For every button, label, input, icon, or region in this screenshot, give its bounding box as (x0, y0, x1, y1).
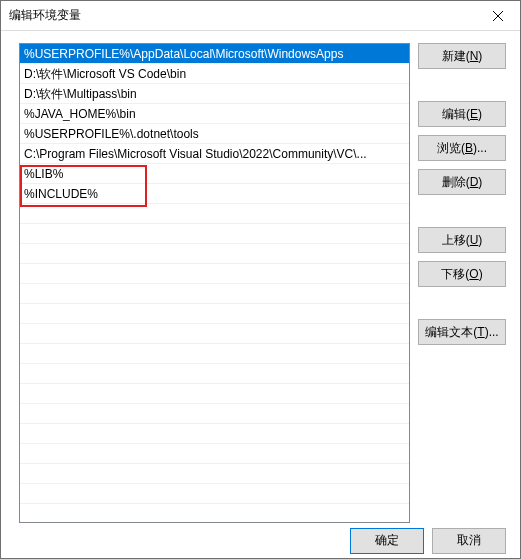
list-item[interactable]: %JAVA_HOME%\bin (20, 104, 409, 124)
list-item-empty[interactable] (20, 404, 409, 424)
close-icon (493, 11, 503, 21)
list-item-empty[interactable] (20, 324, 409, 344)
list-item-empty[interactable] (20, 464, 409, 484)
list-item-empty[interactable] (20, 224, 409, 244)
list-item-empty[interactable] (20, 424, 409, 444)
browse-button[interactable]: 浏览(B)... (418, 135, 506, 161)
edit-text-button[interactable]: 编辑文本(T)... (418, 319, 506, 345)
list-item-empty[interactable] (20, 244, 409, 264)
list-item[interactable]: D:\软件\Multipass\bin (20, 84, 409, 104)
dialog-window: 编辑环境变量 %USERPROFILE%\AppData\Local\Micro… (0, 0, 521, 559)
ok-button[interactable]: 确定 (350, 528, 424, 554)
list-item-empty[interactable] (20, 444, 409, 464)
cancel-button[interactable]: 取消 (432, 528, 506, 554)
list-item-empty[interactable] (20, 504, 409, 523)
content-area: %USERPROFILE%\AppData\Local\Microsoft\Wi… (1, 31, 520, 523)
close-button[interactable] (475, 1, 520, 30)
window-title: 编辑环境变量 (9, 7, 475, 24)
edit-button[interactable]: 编辑(E) (418, 101, 506, 127)
titlebar: 编辑环境变量 (1, 1, 520, 31)
list-item-empty[interactable] (20, 384, 409, 404)
list-item[interactable]: %USERPROFILE%\.dotnet\tools (20, 124, 409, 144)
list-item-empty[interactable] (20, 264, 409, 284)
list-item-empty[interactable] (20, 284, 409, 304)
list-item-empty[interactable] (20, 364, 409, 384)
button-sidebar: 新建(N) 编辑(E) 浏览(B)... 删除(D) 上移(U) 下移(O) 编… (418, 43, 506, 523)
list-item-empty[interactable] (20, 484, 409, 504)
new-button[interactable]: 新建(N) (418, 43, 506, 69)
list-item-empty[interactable] (20, 344, 409, 364)
list-item-empty[interactable] (20, 204, 409, 224)
footer: 确定 取消 (1, 523, 520, 558)
move-down-button[interactable]: 下移(O) (418, 261, 506, 287)
list-item[interactable]: C:\Program Files\Microsoft Visual Studio… (20, 144, 409, 164)
list-item[interactable]: %INCLUDE% (20, 184, 409, 204)
list-item[interactable]: D:\软件\Microsoft VS Code\bin (20, 64, 409, 84)
list-item-empty[interactable] (20, 304, 409, 324)
list-item[interactable]: %USERPROFILE%\AppData\Local\Microsoft\Wi… (20, 44, 409, 64)
delete-button[interactable]: 删除(D) (418, 169, 506, 195)
list-item[interactable]: %LIB% (20, 164, 409, 184)
path-listbox[interactable]: %USERPROFILE%\AppData\Local\Microsoft\Wi… (19, 43, 410, 523)
move-up-button[interactable]: 上移(U) (418, 227, 506, 253)
